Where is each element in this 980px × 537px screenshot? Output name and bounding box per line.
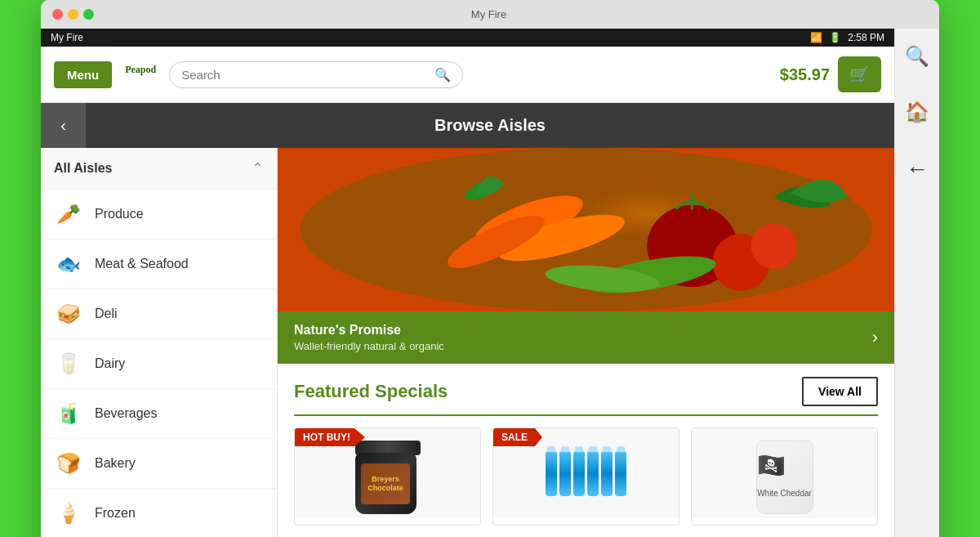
beverages-icon: 🧃 bbox=[54, 399, 83, 428]
sidebar-item-bakery[interactable]: 🍞 Bakery bbox=[41, 439, 277, 489]
right-search-icon[interactable]: 🔍 bbox=[905, 45, 929, 68]
right-home-icon[interactable]: 🏠 bbox=[905, 101, 929, 123]
back-button[interactable]: ‹ bbox=[41, 103, 86, 148]
cart-price: $35.97 bbox=[780, 65, 830, 84]
product-card-breyers[interactable]: HOT BUY! BreyersChocolate bbox=[294, 427, 481, 526]
sale-badge: SALE bbox=[493, 428, 542, 446]
bakery-icon: 🍞 bbox=[54, 449, 83, 478]
search-bar: 🔍 bbox=[169, 61, 463, 88]
sidebar-item-bakery-label: Bakery bbox=[95, 456, 136, 471]
hero-banner-subtitle: Wallet-friendly natural & organic bbox=[294, 340, 444, 352]
product-card-aquafina[interactable]: SALE bbox=[492, 427, 679, 526]
pirates-booty-image: 🏴‍☠️White Cheddar bbox=[692, 428, 877, 518]
sidebar-item-dairy-label: Dairy bbox=[95, 356, 125, 371]
pirates-icon: 🏴‍☠️White Cheddar bbox=[757, 454, 812, 500]
sidebar-item-frozen-label: Frozen bbox=[95, 506, 136, 521]
peapod-logo: Peapod bbox=[125, 62, 156, 87]
hot-buy-badge: HOT BUY! bbox=[295, 428, 365, 446]
cart-button[interactable]: 🛒 bbox=[838, 56, 881, 92]
hero-image bbox=[278, 148, 894, 311]
right-sidebar: 🔍 🏠 ← bbox=[894, 29, 939, 537]
sidebar-item-frozen[interactable]: 🍦 Frozen bbox=[41, 489, 277, 537]
water-bottle bbox=[587, 451, 599, 496]
dairy-icon: 🥛 bbox=[54, 349, 83, 378]
meat-seafood-icon: 🐟 bbox=[54, 249, 83, 279]
sidebar-item-deli-label: Deli bbox=[95, 307, 118, 321]
search-icon: 🔍 bbox=[434, 67, 451, 83]
status-app-name: My Fire bbox=[51, 32, 83, 43]
battery-icon: 🔋 bbox=[829, 32, 841, 43]
menu-button[interactable]: Menu bbox=[54, 61, 112, 88]
sidebar-item-dairy[interactable]: 🥛 Dairy bbox=[41, 339, 277, 389]
wifi-icon: 📶 bbox=[810, 32, 822, 43]
water-bottle bbox=[559, 451, 571, 496]
sidebar-item-meat-seafood-label: Meat & Seafood bbox=[95, 257, 189, 271]
svg-point-8 bbox=[751, 223, 797, 269]
browse-aisles-title: Browse Aisles bbox=[86, 116, 894, 135]
hero-banner[interactable]: Nature's Promise Wallet-friendly natural… bbox=[278, 311, 894, 364]
sidebar-item-produce[interactable]: 🥕 Produce bbox=[41, 190, 277, 239]
product-grid: HOT BUY! BreyersChocolate bbox=[294, 427, 878, 526]
frozen-icon: 🍦 bbox=[54, 499, 83, 528]
sidebar-item-meat-seafood[interactable]: 🐟 Meat & Seafood bbox=[41, 239, 277, 289]
sidebar-header-title: All Aisles bbox=[54, 161, 112, 176]
right-back-icon[interactable]: ← bbox=[906, 156, 929, 182]
product-card-pirates-booty[interactable]: 🏴‍☠️White Cheddar bbox=[691, 427, 878, 526]
sidebar-item-beverages-label: Beverages bbox=[95, 406, 158, 421]
produce-icon: 🥕 bbox=[54, 199, 83, 229]
water-bottle bbox=[615, 451, 626, 496]
title-bar-title: My Fire bbox=[50, 8, 928, 20]
water-bottle bbox=[601, 451, 612, 496]
water-bottle bbox=[573, 451, 585, 496]
sidebar-item-beverages[interactable]: 🧃 Beverages bbox=[41, 389, 277, 439]
featured-specials-title: Featured Specials bbox=[294, 381, 448, 402]
collapse-icon[interactable]: ⌃ bbox=[252, 159, 264, 177]
sidebar-item-deli[interactable]: 🥪 Deli bbox=[41, 289, 277, 339]
hero-chevron-icon: › bbox=[872, 327, 878, 348]
search-input[interactable] bbox=[181, 68, 434, 82]
deli-icon: 🥪 bbox=[54, 299, 83, 329]
hero-banner-title: Nature's Promise bbox=[294, 323, 444, 338]
view-all-button[interactable]: View All bbox=[802, 377, 878, 406]
sidebar-item-produce-label: Produce bbox=[95, 207, 144, 222]
status-time: 2:58 PM bbox=[848, 32, 884, 43]
water-bottle bbox=[546, 451, 557, 496]
